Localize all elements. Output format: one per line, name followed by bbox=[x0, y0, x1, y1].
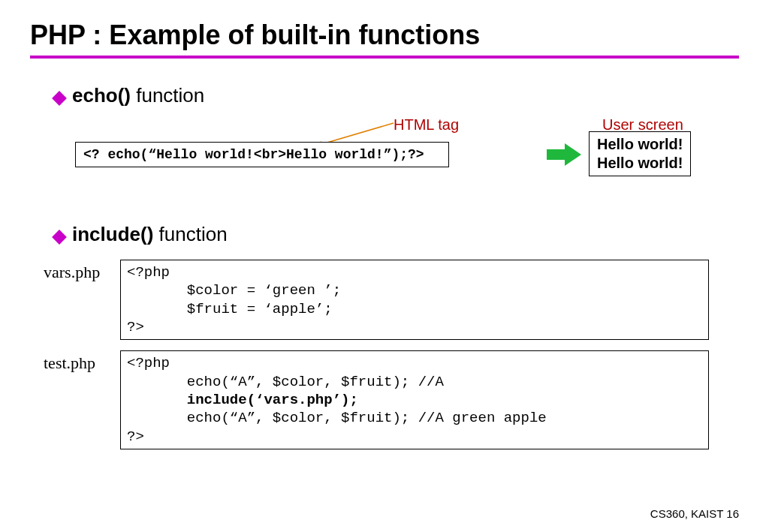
footer-course: CS360, KAIST bbox=[650, 507, 723, 520]
include-example-area: vars.php <?php $color = ‘green ’; $fruit… bbox=[44, 260, 739, 449]
output-line-1: Hello world! bbox=[597, 135, 683, 154]
output-line-2: Hello world! bbox=[597, 154, 683, 173]
code-line: <?php bbox=[127, 263, 702, 281]
bullet-echo-text: echo() function bbox=[72, 84, 204, 107]
arrow-green-icon bbox=[547, 142, 583, 167]
vars-row: vars.php <?php $color = ‘green ’; $fruit… bbox=[44, 260, 739, 340]
code-line: echo(“A”, $color, $fruit); //A bbox=[127, 373, 702, 391]
vars-file-label: vars.php bbox=[44, 260, 120, 282]
bullet-include-rest: function bbox=[153, 223, 227, 245]
bullet-include: include() function bbox=[54, 223, 739, 246]
title-underline bbox=[30, 56, 739, 59]
code-line: $color = ‘green ’; bbox=[127, 281, 702, 299]
code-line: include(‘vars.php’); bbox=[127, 391, 702, 409]
code-line: <?php bbox=[127, 354, 702, 372]
bullet-include-text: include() function bbox=[72, 223, 228, 246]
bullet-diamond-icon bbox=[52, 230, 67, 245]
test-file-label: test.php bbox=[44, 350, 120, 373]
slide-title: PHP : Example of built-in functions bbox=[30, 20, 739, 51]
bullet-echo-rest: function bbox=[131, 84, 204, 107]
svg-rect-2 bbox=[547, 149, 565, 160]
bullet-diamond-icon bbox=[52, 91, 67, 106]
vars-code-box: <?php $color = ‘green ’; $fruit = ‘apple… bbox=[120, 260, 709, 340]
code-line: echo(“A”, $color, $fruit); //A green app… bbox=[127, 409, 702, 427]
bullet-echo: echo() function bbox=[54, 84, 739, 107]
echo-example-area: HTML tag User screen <? echo(“Hello worl… bbox=[75, 121, 739, 181]
code-line: $fruit = ‘apple’; bbox=[127, 300, 702, 318]
svg-marker-3 bbox=[565, 143, 581, 166]
test-code-box: <?php echo(“A”, $color, $fruit); //A inc… bbox=[120, 350, 709, 449]
code-line: ?> bbox=[127, 318, 702, 336]
code-line: ?> bbox=[127, 428, 702, 446]
slide-footer: CS360, KAIST 16 bbox=[650, 507, 739, 520]
bullet-include-bold: include() bbox=[72, 223, 153, 245]
bullet-echo-bold: echo() bbox=[72, 84, 131, 107]
test-row: test.php <?php echo(“A”, $color, $fruit)… bbox=[44, 350, 739, 449]
echo-code-box: <? echo(“Hello world!<br>Hello world!”);… bbox=[75, 142, 449, 167]
output-box: Hello world! Hello world! bbox=[589, 131, 691, 176]
footer-page: 16 bbox=[726, 507, 739, 520]
html-tag-label: HTML tag bbox=[394, 116, 459, 134]
